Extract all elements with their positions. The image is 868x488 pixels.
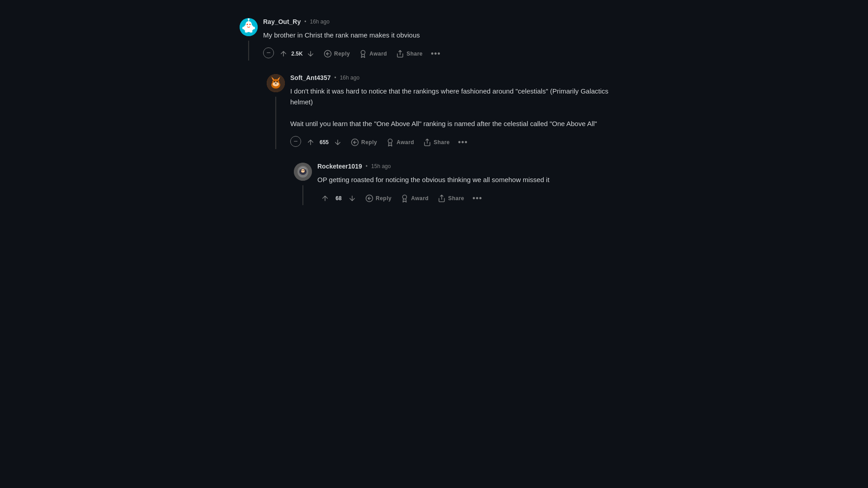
reply-btn-1[interactable]: Reply — [320, 47, 354, 61]
comment-2-text-line1: I don't think it was hard to notice that… — [290, 87, 609, 106]
svg-point-8 — [252, 27, 255, 29]
vote-section-2: 655 — [303, 136, 345, 149]
svg-point-4 — [250, 24, 251, 25]
comment-3-body: Rocketeer1019 • 15h ago OP getting roast… — [317, 163, 628, 205]
username-ray-out-ry: Ray_Out_Ry — [263, 18, 301, 25]
upvote-icon-2 — [307, 138, 315, 146]
award-btn-1[interactable]: Award — [355, 47, 391, 61]
vote-count-3: 68 — [332, 195, 345, 202]
downvote-btn-2[interactable] — [333, 137, 343, 147]
timestamp-rocketeer: 15h ago — [371, 163, 391, 169]
comment-3-header: Rocketeer1019 • 15h ago — [317, 163, 628, 170]
soft-ant-avatar-icon — [267, 74, 285, 92]
thread-line-3 — [302, 185, 303, 205]
more-options-btn-3[interactable]: ••• — [470, 192, 485, 205]
avatar-ray-out-ry — [240, 18, 258, 36]
comment-1-header: Ray_Out_Ry • 16h ago — [263, 18, 628, 25]
comment-2: Soft_Ant4357 • 16h ago I don't think it … — [267, 74, 628, 149]
svg-point-9 — [245, 31, 248, 33]
username-soft-ant: Soft_Ant4357 — [290, 74, 330, 81]
comment-3: Rocketeer1019 • 15h ago OP getting roast… — [294, 163, 628, 205]
comment-2-header: Soft_Ant4357 • 16h ago — [290, 74, 628, 81]
svg-point-33 — [403, 195, 407, 199]
vote-section-1: 2.5K — [276, 47, 318, 61]
award-btn-3[interactable]: Award — [397, 192, 432, 205]
svg-point-31 — [303, 170, 304, 171]
comments-container: Ray_Out_Ry • 16h ago My brother in Chris… — [231, 0, 637, 237]
svg-point-7 — [242, 27, 245, 29]
award-btn-2[interactable]: Award — [382, 136, 418, 149]
svg-point-6 — [248, 19, 250, 20]
rocketeer-avatar-icon — [294, 163, 312, 181]
downvote-icon-3 — [348, 194, 356, 202]
collapse-btn-2[interactable]: − — [290, 136, 301, 147]
svg-point-25 — [388, 139, 392, 143]
svg-point-2 — [245, 21, 252, 28]
svg-point-3 — [247, 24, 248, 25]
svg-point-12 — [361, 51, 365, 55]
comment-1-actions: − 2.5K — [263, 47, 628, 61]
reddit-avatar-icon — [240, 18, 258, 36]
svg-point-29 — [301, 169, 305, 173]
timestamp-ray-out-ry: 16h ago — [310, 19, 329, 25]
reply-btn-2[interactable]: Reply — [347, 136, 381, 149]
share-btn-1[interactable]: Share — [392, 47, 426, 61]
downvote-btn-1[interactable] — [306, 49, 316, 59]
timestamp-soft-ant: 16h ago — [340, 75, 359, 81]
downvote-icon — [307, 50, 315, 58]
share-btn-3[interactable]: Share — [434, 192, 468, 205]
upvote-icon-3 — [321, 194, 329, 202]
comment-1-text: My brother in Christ the rank name makes… — [263, 30, 628, 41]
award-icon — [359, 50, 367, 58]
svg-point-22 — [277, 81, 278, 83]
reply-btn-3[interactable]: Reply — [362, 192, 395, 205]
share-icon-3 — [438, 194, 446, 202]
comment-1-left — [240, 18, 258, 61]
upvote-btn-2[interactable] — [306, 137, 316, 147]
svg-point-23 — [275, 83, 277, 84]
thread-line-1 — [248, 41, 249, 61]
share-btn-2[interactable]: Share — [420, 136, 453, 149]
vote-count-1: 2.5K — [290, 51, 304, 57]
comment-3-actions: 68 Reply — [317, 192, 628, 205]
upvote-btn-1[interactable] — [278, 49, 288, 59]
comment-2-body: Soft_Ant4357 • 16h ago I don't think it … — [290, 74, 628, 149]
comment-3-text: OP getting roasted for noticing the obvi… — [317, 174, 628, 185]
vote-count-2: 655 — [317, 139, 331, 145]
upvote-icon — [279, 50, 288, 58]
avatar-soft-ant — [267, 74, 285, 92]
avatar-rocketeer — [294, 163, 312, 181]
svg-point-30 — [302, 170, 302, 171]
comment-2-actions: − 655 — [290, 136, 628, 149]
reply-icon-2 — [351, 138, 359, 146]
share-icon — [396, 50, 404, 58]
upvote-btn-3[interactable] — [320, 193, 330, 203]
comment-1: Ray_Out_Ry • 16h ago My brother in Chris… — [240, 18, 628, 61]
svg-point-10 — [250, 31, 253, 33]
comment-1-body: Ray_Out_Ry • 16h ago My brother in Chris… — [263, 18, 628, 61]
award-icon-3 — [401, 194, 409, 202]
comment-2-text-line2: Wait until you learn that the "One Above… — [290, 120, 597, 127]
more-options-btn-2[interactable]: ••• — [455, 136, 471, 149]
comment-2-text: I don't think it was hard to notice that… — [290, 86, 628, 129]
comment-2-left — [267, 74, 285, 149]
more-options-btn-1[interactable]: ••• — [428, 47, 443, 61]
username-rocketeer: Rocketeer1019 — [317, 163, 362, 170]
reply-icon-3 — [365, 194, 373, 202]
downvote-btn-3[interactable] — [347, 193, 357, 203]
comment-3-left — [294, 163, 312, 205]
vote-section-3: 68 — [317, 192, 360, 205]
reply-icon — [324, 50, 332, 58]
svg-point-21 — [274, 81, 275, 83]
downvote-icon-2 — [334, 138, 342, 146]
share-icon-2 — [423, 138, 431, 146]
award-icon-2 — [386, 138, 394, 146]
collapse-btn-1[interactable]: − — [263, 47, 274, 58]
thread-line-2 — [275, 97, 276, 149]
